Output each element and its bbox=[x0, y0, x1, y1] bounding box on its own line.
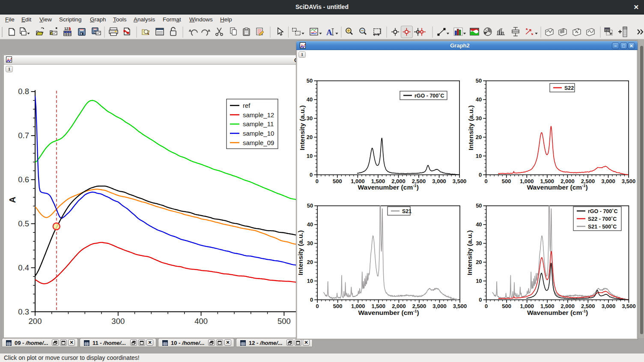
svg-text:3,500: 3,500 bbox=[622, 178, 636, 184]
svg-text:40: 40 bbox=[476, 96, 482, 103]
svg-text:Intensity (a.u.): Intensity (a.u.) bbox=[298, 105, 306, 150]
svg-text:S22: S22 bbox=[564, 85, 574, 91]
svg-text:50: 50 bbox=[307, 77, 313, 84]
svg-text:10: 10 bbox=[307, 153, 313, 159]
svg-text:500: 500 bbox=[333, 303, 343, 309]
svg-text:50: 50 bbox=[476, 202, 482, 209]
svg-text:rGO - 700˚C: rGO - 700˚C bbox=[414, 93, 444, 99]
svg-text:30: 30 bbox=[307, 240, 313, 246]
svg-text:0: 0 bbox=[479, 297, 482, 303]
svg-text:0: 0 bbox=[479, 172, 482, 178]
svg-text:40: 40 bbox=[476, 221, 482, 228]
svg-text:50: 50 bbox=[476, 77, 482, 84]
svg-text:Intensity (a.u.): Intensity (a.u.) bbox=[467, 105, 474, 150]
svg-text:20: 20 bbox=[307, 134, 313, 140]
svg-text:30: 30 bbox=[476, 115, 482, 122]
svg-text:3,000: 3,000 bbox=[432, 178, 446, 184]
svg-text:Intensity (a.u.): Intensity (a.u.) bbox=[297, 230, 304, 275]
svg-text:0: 0 bbox=[485, 303, 488, 309]
svg-text:3,500: 3,500 bbox=[622, 303, 636, 309]
svg-text:500: 500 bbox=[502, 303, 511, 309]
svg-text:20: 20 bbox=[476, 134, 482, 140]
svg-text:3,000: 3,000 bbox=[432, 303, 447, 309]
svg-text:3,000: 3,000 bbox=[601, 178, 615, 184]
svg-text:S21 - 500˚C: S21 - 500˚C bbox=[588, 224, 617, 230]
svg-text:S21: S21 bbox=[402, 208, 411, 214]
svg-text:Wavenumber (cm-1): Wavenumber (cm-1) bbox=[358, 309, 419, 316]
svg-text:500: 500 bbox=[502, 178, 511, 184]
svg-text:30: 30 bbox=[476, 240, 482, 246]
svg-text:20: 20 bbox=[476, 259, 482, 265]
svg-text:40: 40 bbox=[307, 221, 313, 228]
svg-text:0: 0 bbox=[310, 172, 313, 178]
svg-text:500: 500 bbox=[333, 178, 342, 184]
svg-text:50: 50 bbox=[307, 202, 313, 209]
svg-text:S22 - 700˚C: S22 - 700˚C bbox=[588, 216, 617, 222]
svg-text:30: 30 bbox=[307, 115, 313, 122]
svg-text:10: 10 bbox=[476, 278, 482, 284]
svg-text:0: 0 bbox=[316, 178, 319, 184]
svg-text:3,000: 3,000 bbox=[602, 303, 616, 309]
svg-text:Wavenumber (cm-1): Wavenumber (cm-1) bbox=[527, 183, 587, 191]
svg-text:0: 0 bbox=[310, 297, 313, 303]
svg-text:Wavenumber (cm-1): Wavenumber (cm-1) bbox=[527, 309, 588, 316]
svg-text:rGO - 700˚C: rGO - 700˚C bbox=[588, 208, 617, 214]
svg-text:Wavenumber (cm-1): Wavenumber (cm-1) bbox=[358, 183, 419, 191]
svg-text:3,500: 3,500 bbox=[453, 303, 467, 309]
svg-text:0: 0 bbox=[316, 303, 319, 309]
svg-text:10: 10 bbox=[307, 278, 313, 284]
svg-text:3,500: 3,500 bbox=[453, 178, 467, 184]
svg-text:0: 0 bbox=[485, 178, 488, 184]
svg-text:40: 40 bbox=[307, 96, 313, 103]
svg-text:Intensity (a.u.): Intensity (a.u.) bbox=[466, 230, 473, 275]
svg-text:10: 10 bbox=[476, 153, 482, 159]
svg-text:20: 20 bbox=[307, 259, 313, 265]
